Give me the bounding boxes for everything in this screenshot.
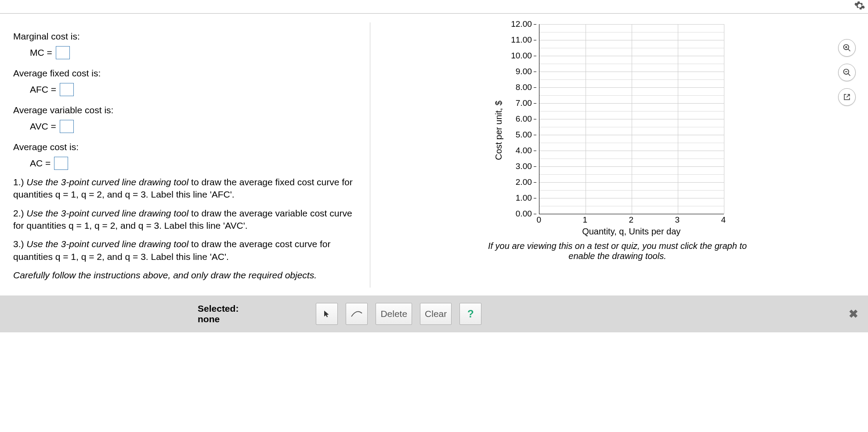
ac-input[interactable] [54,157,68,170]
prompt-avc: Average variable cost is: [13,105,360,115]
instruction-2: 2.) Use the 3-point curved line drawing … [13,207,360,232]
mc-label: MC = [30,47,52,58]
avc-label: AVC = [30,121,56,132]
delete-button[interactable]: Delete [376,303,412,325]
y-axis-ticks: 12.0011.0010.009.008.007.006.005.004.003… [511,24,536,214]
pointer-tool-button[interactable] [316,303,338,325]
zoom-out-icon[interactable] [838,64,856,81]
prompt-ac: Average cost is: [13,142,360,152]
graph-hint: If you are viewing this on a test or qui… [481,241,754,261]
drawing-toolbar: Selected: none Delete Clear ? ✖ [0,295,868,332]
avc-input[interactable] [60,120,74,133]
afc-label: AFC = [30,84,56,95]
x-axis-ticks: 01234 [539,215,724,225]
close-icon[interactable]: ✖ [849,307,858,321]
svg-line-1 [848,49,850,51]
vertical-divider [370,22,370,288]
clear-button[interactable]: Clear [420,303,452,325]
help-button[interactable]: ? [459,303,481,325]
final-instruction: Carefully follow the instructions above,… [13,270,360,281]
question-panel: Marginal cost is: MC = Average fixed cos… [13,22,369,288]
settings-gear-icon[interactable] [854,0,865,11]
prompt-afc: Average fixed cost is: [13,68,360,79]
ac-label: AC = [30,158,51,169]
instruction-1: 1.) Use the 3-point curved line drawing … [13,176,360,201]
graph-panel: Cost per unit, $ 12.0011.0010.009.008.00… [371,22,855,288]
graph-plot-area[interactable] [539,24,724,214]
selected-status: Selected: none [198,303,239,324]
popout-icon[interactable] [838,88,856,106]
y-axis-label: Cost per unit, $ [494,101,504,160]
mc-input[interactable] [56,46,70,59]
zoom-in-icon[interactable] [838,39,856,57]
svg-line-5 [848,74,850,76]
instruction-3: 3.) Use the 3-point curved line drawing … [13,238,360,263]
curve-tool-button[interactable] [346,303,368,325]
prompt-mc: Marginal cost is: [13,31,360,42]
x-axis-label: Quantity, q, Units per day [539,227,724,237]
afc-input[interactable] [60,83,74,96]
